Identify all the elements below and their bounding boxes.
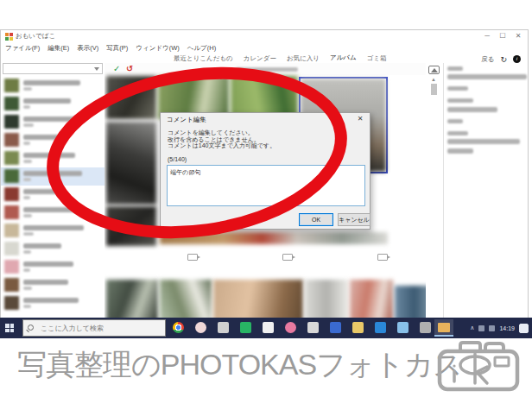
- album-list-item[interactable]: [1, 204, 104, 222]
- scrollbar-thumb[interactable]: [431, 84, 437, 95]
- window-controls: ─ ☐ ✕: [479, 31, 526, 41]
- album-count-blurred: [23, 287, 32, 290]
- comment-input[interactable]: 端午の節句: [167, 165, 365, 206]
- album-list: [1, 77, 104, 318]
- menu-item[interactable]: ヘルプ(H): [187, 44, 216, 53]
- ok-button[interactable]: OK: [299, 213, 333, 226]
- photo-thumbnail[interactable]: [213, 280, 303, 318]
- album-thumbnail: [4, 79, 19, 92]
- tray-expand-icon[interactable]: ∧: [470, 325, 474, 331]
- photo-thumbnail[interactable]: [160, 232, 388, 244]
- menu-item[interactable]: ファイル(F): [5, 44, 40, 53]
- taskbar-app-icon[interactable]: [195, 322, 206, 333]
- metadata-line-blurred: [447, 139, 520, 144]
- confirm-check-icon[interactable]: ✓: [113, 64, 120, 73]
- photo-thumbnail[interactable]: [106, 122, 156, 205]
- album-title-blurred: [23, 189, 63, 194]
- album-list-item[interactable]: [1, 222, 104, 240]
- refresh-icon[interactable]: ↻: [500, 55, 507, 64]
- sidebar-filter-box[interactable]: [3, 63, 103, 74]
- search-icon: [28, 325, 34, 331]
- photo-thumbnail[interactable]: [160, 280, 212, 318]
- close-button[interactable]: ✕: [510, 31, 526, 41]
- scroll-up-icon[interactable]: ▲: [431, 77, 436, 82]
- album-count-blurred: [23, 123, 34, 127]
- maximize-button[interactable]: ☐: [495, 31, 510, 41]
- taskbar-app-icon[interactable]: [420, 322, 431, 333]
- taskbar-app-icon[interactable]: [263, 322, 274, 333]
- menu-item[interactable]: 表示(V): [77, 44, 98, 53]
- album-count-blurred: [23, 196, 30, 199]
- cancel-button[interactable]: キャンセル: [338, 213, 370, 226]
- menu-item[interactable]: 編集(E): [48, 44, 69, 53]
- album-title-blurred: [23, 243, 61, 249]
- taskbar-app-icon[interactable]: [375, 322, 386, 333]
- taskbar-app-icon[interactable]: [330, 322, 341, 333]
- album-title-blurred: [23, 117, 86, 122]
- album-list-item[interactable]: [1, 258, 104, 276]
- album-list-item[interactable]: [1, 149, 104, 167]
- taskbar-app-icon[interactable]: [397, 322, 408, 333]
- album-count-blurred: [23, 232, 34, 236]
- panel-divider: [443, 63, 444, 318]
- photo-thumbnail[interactable]: [106, 280, 158, 318]
- tray-icon[interactable]: [489, 325, 495, 331]
- album-thumbnail: [4, 187, 19, 201]
- undo-icon[interactable]: ↺: [126, 64, 133, 73]
- menu-item[interactable]: 写真(P): [106, 44, 128, 53]
- album-list-item[interactable]: [1, 167, 104, 186]
- album-title-blurred: [23, 135, 66, 140]
- tray-icon[interactable]: [478, 325, 484, 331]
- taskbar-app-icon[interactable]: [285, 322, 296, 333]
- album-title-blurred: [23, 280, 68, 285]
- album-list-item[interactable]: [1, 294, 104, 312]
- album-count-blurred: [23, 305, 31, 308]
- screenshot-root: おもいでばこ ─ ☐ ✕ ファイル(F)編集(E)表示(V)写真(P)ウィンドウ…: [0, 0, 532, 397]
- album-list-item[interactable]: [1, 240, 104, 258]
- taskbar-app-icon[interactable]: [240, 322, 251, 333]
- album-list-item[interactable]: [1, 95, 104, 113]
- system-tray: ∧ 14:19: [470, 318, 529, 338]
- active-app-button[interactable]: [434, 319, 453, 337]
- dialog-instructions: コメントを編集してください。 改行を含めることはできません。 コメントは140文…: [168, 129, 276, 149]
- menu-item[interactable]: ウィンドウ(W): [136, 44, 179, 53]
- photo-thumbnail[interactable]: [106, 76, 156, 119]
- album-list-item[interactable]: [1, 77, 104, 95]
- active-app-icon: [438, 323, 450, 332]
- photo-thumbnail[interactable]: [106, 206, 156, 246]
- info-icon[interactable]: i: [513, 55, 521, 63]
- album-title-blurred: [23, 207, 77, 212]
- taskbar-search[interactable]: [22, 319, 166, 337]
- taskbar-app-icon[interactable]: [173, 322, 184, 333]
- taskbar-app-icon[interactable]: [218, 322, 229, 333]
- album-title-blurred: [23, 298, 79, 303]
- metadata-line-blurred: [447, 119, 463, 123]
- album-list-item[interactable]: [1, 276, 104, 294]
- back-button[interactable]: 戻る: [481, 55, 494, 64]
- action-center-icon[interactable]: [519, 324, 529, 333]
- taskbar-app-icon[interactable]: [307, 322, 319, 333]
- start-button[interactable]: [5, 324, 14, 332]
- album-list-item[interactable]: [1, 113, 104, 131]
- metadata-line-blurred: [447, 66, 463, 71]
- dialog-close-icon[interactable]: ✕: [355, 115, 365, 123]
- album-list-item[interactable]: [1, 131, 104, 149]
- photo-thumb-icon: [428, 66, 440, 74]
- taskbar-app-icon[interactable]: [352, 322, 364, 333]
- photo-thumbnail[interactable]: [305, 280, 348, 318]
- taskbar-clock[interactable]: 14:19: [499, 325, 515, 331]
- album-list-item[interactable]: [1, 186, 104, 204]
- metadata-line-blurred: [447, 148, 473, 154]
- photo-thumbnail[interactable]: [350, 280, 393, 318]
- album-thumbnail: [4, 97, 19, 110]
- search-input[interactable]: [41, 320, 162, 336]
- minimize-button[interactable]: ─: [479, 31, 495, 41]
- photo-thumbnail[interactable]: [395, 286, 426, 318]
- album-title-blurred: [23, 80, 80, 85]
- album-thumbnail: [4, 205, 19, 219]
- content-toolbar: ✓ ↺: [104, 63, 426, 75]
- album-title-blurred: [23, 225, 84, 230]
- album-title-blurred: [236, 67, 298, 72]
- comment-edit-dialog: コメント編集 ✕ コメントを編集してください。 改行を含めることはできません。 …: [160, 112, 370, 230]
- dialog-title: コメント編集: [167, 116, 206, 124]
